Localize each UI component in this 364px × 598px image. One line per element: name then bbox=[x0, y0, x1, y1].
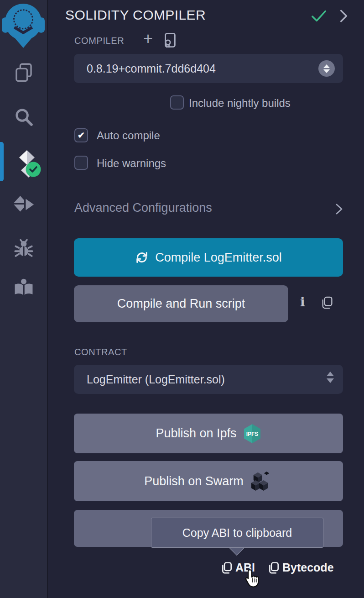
copy-abi-tooltip: Copy ABI to clipboard bbox=[151, 518, 323, 548]
compiler-section-label: COMPILER bbox=[74, 36, 124, 46]
file-explorer-icon[interactable] bbox=[13, 61, 35, 83]
compile-status-check-icon bbox=[311, 9, 327, 23]
collapse-panel-chevron-icon[interactable] bbox=[338, 8, 349, 24]
include-nightly-checkbox[interactable] bbox=[170, 95, 184, 110]
compile-button[interactable]: Compile LogEmitter.sol bbox=[74, 238, 343, 277]
license-file-icon[interactable] bbox=[162, 32, 178, 48]
hide-warnings-label[interactable]: Hide warnings bbox=[97, 157, 166, 170]
info-icon[interactable]: i bbox=[300, 294, 305, 309]
contract-section-label: CONTRACT bbox=[74, 347, 127, 357]
compile-and-run-button[interactable]: Compile and Run script bbox=[74, 285, 288, 322]
contract-select-updown-icon bbox=[327, 372, 334, 383]
compiler-version-value: 0.8.19+commit.7dd6d404 bbox=[87, 62, 216, 75]
publish-swarm-label: Publish on Swarm bbox=[144, 474, 244, 488]
ipfs-badge-icon: IPFS bbox=[243, 424, 261, 444]
contract-select[interactable]: LogEmitter (LogEmitter.sol) bbox=[74, 365, 343, 394]
search-icon[interactable] bbox=[13, 106, 35, 128]
auto-compile-checkbox[interactable]: ✔ bbox=[74, 128, 88, 142]
compile-success-badge-icon bbox=[26, 162, 41, 177]
icon-sidebar bbox=[0, 0, 48, 598]
svg-text:IPFS: IPFS bbox=[246, 431, 258, 437]
publish-swarm-button[interactable]: Publish on Swarm bbox=[74, 461, 343, 501]
copy-bytecode-icon[interactable] bbox=[268, 561, 280, 574]
solidity-compiler-icon[interactable] bbox=[14, 150, 43, 180]
remix-logo-icon[interactable] bbox=[2, 1, 45, 48]
debugger-bug-icon[interactable] bbox=[13, 237, 35, 259]
compile-button-label: Compile LogEmitter.sol bbox=[155, 251, 282, 265]
advanced-configurations-label[interactable]: Advanced Configurations bbox=[74, 201, 212, 215]
version-select-updown-icon bbox=[318, 60, 335, 77]
advanced-expand-chevron-icon[interactable] bbox=[334, 203, 343, 215]
active-plugin-indicator bbox=[0, 142, 4, 181]
copy-abi-icon[interactable] bbox=[221, 561, 233, 574]
deploy-run-icon[interactable] bbox=[12, 194, 36, 215]
copy-bytecode-button[interactable]: Bytecode bbox=[282, 561, 334, 574]
contract-select-value: LogEmitter (LogEmitter.sol) bbox=[87, 373, 225, 386]
hide-warnings-checkbox[interactable] bbox=[74, 156, 88, 170]
checkmark-glyph: ✔ bbox=[78, 130, 85, 141]
auto-compile-label[interactable]: Auto compile bbox=[97, 129, 160, 142]
tooltip-text: Copy ABI to clipboard bbox=[182, 526, 292, 540]
hand-pointer-cursor bbox=[244, 569, 261, 589]
swarm-cubes-icon bbox=[250, 471, 273, 492]
add-compiler-icon[interactable]: + bbox=[143, 29, 153, 48]
refresh-icon bbox=[135, 251, 149, 264]
publish-ipfs-button[interactable]: Publish on Ipfs IPFS bbox=[74, 414, 343, 453]
publish-ipfs-label: Publish on Ipfs bbox=[156, 426, 236, 441]
copy-script-icon[interactable] bbox=[321, 296, 333, 309]
compile-and-run-label: Compile and Run script bbox=[117, 297, 245, 311]
page-title: SOLIDITY COMPILER bbox=[65, 7, 206, 23]
compiler-version-select[interactable]: 0.8.19+commit.7dd6d404 bbox=[74, 54, 343, 83]
learn-book-icon[interactable] bbox=[13, 277, 35, 299]
include-nightly-label[interactable]: Include nightly builds bbox=[189, 97, 291, 110]
